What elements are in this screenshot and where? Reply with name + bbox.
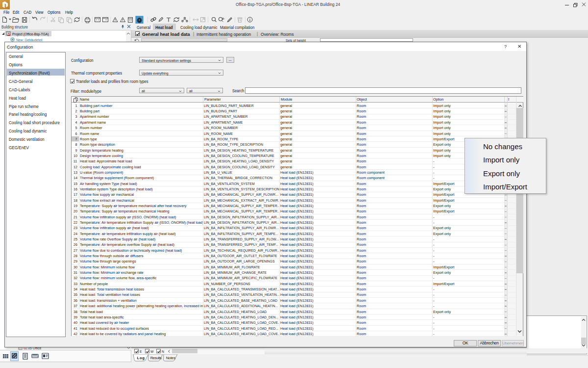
svg-text:Results: Results: [150, 356, 162, 360]
svg-text:Notes: Notes: [166, 356, 176, 360]
svg-text:Log: Log: [137, 356, 145, 360]
